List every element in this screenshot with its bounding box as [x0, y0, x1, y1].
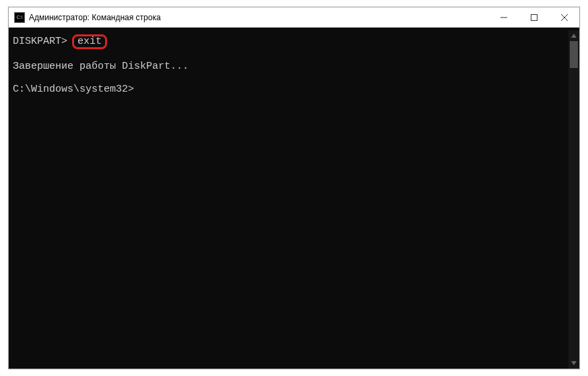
highlighted-command: exit: [72, 34, 107, 49]
close-button[interactable]: [549, 7, 579, 27]
cmd-prompt: C:\Windows\system32>: [13, 84, 134, 95]
svg-rect-1: [531, 14, 537, 20]
svg-line-2: [561, 14, 568, 21]
terminal-line: DISKPART> exit: [13, 34, 564, 49]
scrollbar-down-button[interactable]: [568, 358, 579, 369]
window-title: Администратор: Командная строка: [29, 13, 488, 22]
terminal-line: Завершение работы DiskPart...: [13, 61, 564, 72]
terminal-line: C:\Windows\system32>: [13, 84, 564, 95]
titlebar[interactable]: C:\ Администратор: Командная строка: [9, 7, 579, 28]
scrollbar-up-button[interactable]: [568, 30, 579, 41]
diskpart-prompt: DISKPART>: [13, 36, 67, 47]
cmd-icon: C:\: [14, 12, 25, 23]
window-controls: [488, 7, 579, 27]
terminal-output[interactable]: DISKPART> exitЗавершение работы DiskPart…: [9, 30, 568, 369]
svg-line-3: [561, 14, 568, 21]
terminal-blank-line: [13, 49, 564, 61]
terminal-scrollbar[interactable]: [568, 30, 579, 369]
terminal-area: DISKPART> exitЗавершение работы DiskPart…: [9, 28, 579, 369]
cmd-window: C:\ Администратор: Командная строка DISK…: [8, 7, 580, 369]
scrollbar-thumb[interactable]: [570, 41, 578, 68]
maximize-button[interactable]: [519, 7, 549, 27]
cmd-icon-text: C:\: [17, 15, 23, 20]
terminal-blank-line: [13, 72, 564, 84]
minimize-button[interactable]: [488, 7, 519, 27]
